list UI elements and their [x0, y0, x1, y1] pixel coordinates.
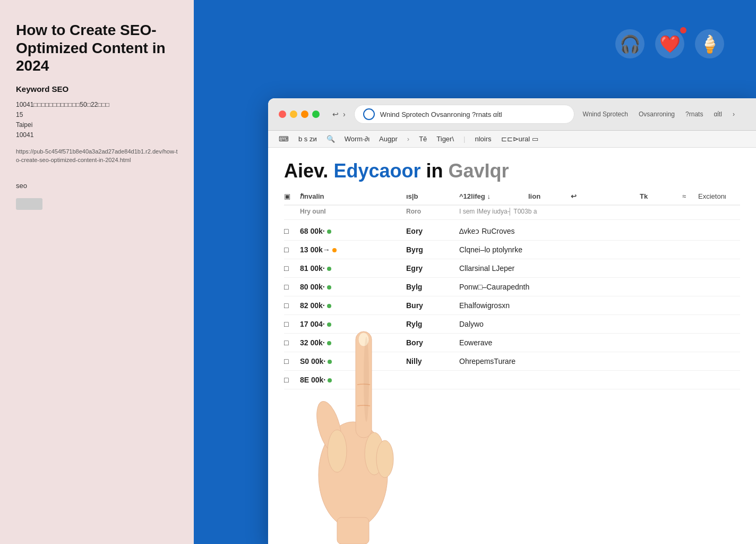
- table-row: □ 13 00k→ Byrg Clqnei–lo ptolynrke: [284, 241, 740, 259]
- address-bar[interactable]: Wnind Sprotech Ovsanroning ?rnats αίtl: [354, 105, 574, 124]
- col-vol-header[interactable]: ıs|b: [406, 192, 459, 200]
- top-icons-area: 🎧 ❤️ 🍦: [615, 29, 724, 58]
- toolbar-worm[interactable]: Worm·∂ι: [345, 135, 370, 143]
- page-main-title: Aiev. Edycaoor in GavIqr: [284, 160, 740, 182]
- svg-point-8: [364, 337, 369, 422]
- tab-4[interactable]: αίtl: [714, 110, 722, 118]
- toolbar-search[interactable]: 🔍: [327, 135, 335, 143]
- traffic-lights: [279, 110, 320, 118]
- browser-toolbar: ⌨ b s zи 🔍 Worm·∂ι Augpr › Tē Tiger\ | n…: [268, 131, 756, 148]
- col-check: ▣: [284, 192, 300, 200]
- heart-icon: ❤️: [655, 29, 684, 58]
- minimize-dot[interactable]: [290, 110, 297, 118]
- fullscreen-dot[interactable]: [312, 110, 320, 118]
- zoom-dot[interactable]: [301, 110, 308, 118]
- tab-2[interactable]: Ovsanroning: [639, 110, 675, 118]
- toolbar-arrow: ›: [407, 135, 409, 143]
- tag-label: seo: [16, 182, 178, 190]
- nav-buttons: ↩ ›: [332, 110, 346, 118]
- tab-1[interactable]: Wnind Sprotech: [583, 110, 628, 118]
- browser-chrome: ↩ › Wnind Sprotech Ovsanroning ?rnats αί…: [268, 98, 756, 131]
- meta-info: 10041□□□□□□□□□□□□50□22□□□ 15 Taipei 1004…: [16, 100, 178, 141]
- toolbar-home[interactable]: ⌨: [279, 135, 289, 143]
- title-part4: GavIqr: [448, 160, 509, 182]
- col-extra-header[interactable]: Excietonι: [698, 192, 726, 200]
- tab-3[interactable]: ?rnats: [685, 110, 703, 118]
- toolbar-nloirs[interactable]: nloirs: [475, 135, 491, 143]
- address-text: Wnind Sprotech Ovsanroning ?rnats αίtl: [380, 110, 565, 118]
- title-part2: Edycaoor: [333, 160, 420, 182]
- browser-tabs: Wnind Sprotech Ovsanroning ?rnats αίtl ›: [583, 110, 745, 118]
- icecream-icon: 🍦: [695, 29, 724, 58]
- hand-svg: [305, 289, 401, 544]
- keyword-label: Keyword SEO: [16, 84, 178, 94]
- subheader-2: Roro: [406, 208, 459, 215]
- col-keyword-header[interactable]: ℏnvalin: [300, 192, 406, 200]
- svg-point-5: [328, 430, 347, 472]
- col-trend-header[interactable]: Tk: [640, 192, 682, 200]
- toolbar-tiger[interactable]: Tiger\: [436, 135, 454, 143]
- hand-overlay: [300, 278, 406, 544]
- svg-point-4: [376, 440, 393, 478]
- toolbar-b-s[interactable]: b s zи: [298, 135, 317, 143]
- table-row: □ 68 00k· Eory ∆vkeɔ RuCroves: [284, 222, 740, 241]
- svg-rect-7: [337, 517, 369, 544]
- title-part1: Aiev.: [284, 160, 328, 182]
- title-part3: in: [426, 160, 443, 182]
- col-diff-header[interactable]: ^12lifeg ↓: [459, 192, 528, 200]
- toolbar-sep: |: [463, 135, 465, 143]
- browser-logo: [363, 108, 375, 120]
- toolbar-augpr[interactable]: Augpr: [379, 135, 398, 143]
- browser-window: ↩ › Wnind Sprotech Ovsanroning ?rnats αί…: [268, 98, 756, 544]
- close-dot[interactable]: [279, 110, 286, 118]
- subheader-1: Hry ounI: [300, 208, 406, 215]
- article-title: How to Create SEO-Optimized Content in 2…: [16, 21, 178, 75]
- right-panel: 🎧 ❤️ 🍦 ↩ › Wnind Sprotech Ovsanroning ?r…: [194, 0, 756, 544]
- subheader-3: I sem IMey iudya┤ T003b a: [459, 208, 740, 215]
- back-icon[interactable]: ↩: [332, 110, 339, 118]
- left-sidebar: How to Create SEO-Optimized Content in 2…: [0, 0, 194, 544]
- tab-more[interactable]: ›: [733, 110, 735, 118]
- article-url: https://pub-5c454f571b8e40a3a2ad27ade84d…: [16, 147, 178, 165]
- forward-icon[interactable]: ›: [343, 110, 346, 118]
- tag-box: [16, 198, 42, 210]
- col-arrow-header: ≈: [682, 192, 698, 200]
- table-subheader: Hry ounI Roro I sem IMey iudya┤ T003b a: [284, 208, 740, 220]
- table-header: ▣ ℏnvalin ıs|b ^12lifeg ↓ lіon ↩︎ Tk ≈ E…: [284, 192, 740, 206]
- col-intent-header[interactable]: lіon: [528, 192, 571, 200]
- toolbar-te[interactable]: Tē: [419, 135, 427, 143]
- headphones-icon: 🎧: [615, 29, 645, 58]
- table-row: □ 81 00k· Egry Cllarsinal LJeper: [284, 259, 740, 278]
- toolbar-ural[interactable]: ⊏⊏⊳ural ▭: [501, 135, 538, 143]
- col-results-header[interactable]: ↩︎: [571, 192, 613, 200]
